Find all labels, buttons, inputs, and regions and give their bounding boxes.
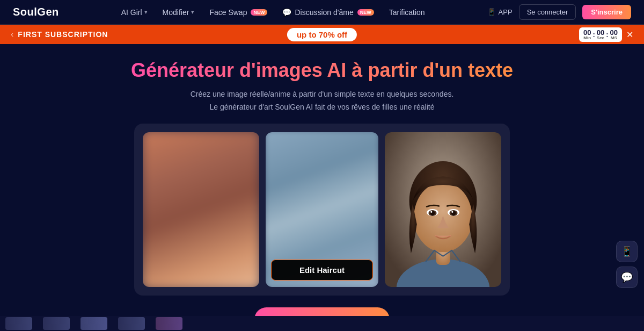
nav-item-tarification[interactable]: Tarification — [389, 8, 425, 17]
new-badge-discussion: NEW — [357, 9, 374, 16]
countdown-sep-2: : — [605, 31, 609, 39]
offer-text: up to 70% off — [297, 30, 347, 39]
card-center-label[interactable]: Edit Haircut — [271, 260, 373, 280]
nav-item-faceswap[interactable]: Face Swap NEW — [209, 8, 267, 17]
mobile-icon: 📱 — [621, 246, 633, 257]
minutes-value: 00 — [583, 29, 591, 36]
countdown-ms: 00 MS — [610, 29, 618, 40]
card-right — [385, 132, 501, 287]
chevron-down-icon: ▾ — [144, 9, 148, 16]
svg-point-9 — [430, 211, 432, 212]
nav-discussion-label: Discussion d'âme — [295, 8, 353, 17]
cards-container: Edit Haircut — [134, 124, 510, 296]
card-center[interactable]: Edit Haircut — [266, 132, 378, 287]
message-icon: 💬 — [621, 271, 633, 283]
new-badge: NEW — [251, 9, 267, 16]
nav-item-modifier[interactable]: Modifier ▾ — [163, 8, 195, 17]
minutes-label: Min — [583, 36, 591, 40]
navbar: SoulGen AI Girl ▾ Modifier ▾ Face Swap N… — [0, 0, 644, 25]
ms-value: 00 — [610, 29, 618, 36]
thumb-5 — [156, 317, 182, 330]
hero-subtitle-line1: Créez une image réelle/anime à partir d'… — [191, 88, 454, 101]
seconds-label: Sec — [597, 36, 604, 40]
countdown-sep-1: : — [592, 31, 595, 39]
hero-title: Générateur d'images AI à partir d'un tex… — [131, 59, 513, 82]
banner-prev-icon[interactable]: ‹ — [11, 30, 13, 39]
banner-center: up to 70% off — [286, 27, 358, 42]
seconds-value: 00 — [597, 29, 604, 36]
brand-logo[interactable]: SoulGen — [13, 6, 59, 18]
chevron-down-icon: ▾ — [191, 9, 194, 16]
side-float-buttons: 📱 💬 — [616, 241, 638, 288]
banner-left: ‹ FIRST SUBSCRIPTION — [11, 30, 108, 39]
countdown-seconds: 00 Sec — [597, 29, 604, 40]
float-app-button[interactable]: 📱 — [616, 241, 638, 262]
float-chat-button[interactable]: 💬 — [616, 267, 638, 288]
navbar-right: 📱 APP Se connecter S'inscrire — [487, 4, 631, 20]
thumb-2 — [43, 317, 70, 330]
nav-item-discussion[interactable]: 💬 Discussion d'âme NEW — [282, 8, 374, 17]
thumb-1 — [5, 317, 32, 330]
hero-subtitle-line2: Le générateur d'art SoulGen AI fait de v… — [191, 101, 454, 114]
countdown-timer: 00 Min : 00 Sec : 00 MS — [579, 27, 622, 42]
card-left — [143, 132, 259, 287]
nav-faceswap-label: Face Swap — [209, 8, 247, 17]
bottom-strip — [0, 316, 644, 331]
smartphone-icon: 📱 — [487, 8, 496, 16]
signin-button[interactable]: Se connecter — [519, 4, 576, 20]
nav-tarification-label: Tarification — [389, 8, 425, 17]
main-nav: AI Girl ▾ Modifier ▾ Face Swap NEW 💬 Dis… — [121, 8, 425, 17]
app-nav-button[interactable]: 📱 APP — [487, 8, 513, 16]
banner-right: 00 Min : 00 Sec : 00 MS ✕ — [579, 27, 633, 42]
portrait-svg — [385, 132, 501, 287]
banner-title: FIRST SUBSCRIPTION — [18, 30, 108, 39]
ms-label: MS — [611, 36, 617, 40]
nav-item-aigirl[interactable]: AI Girl ▾ — [121, 8, 148, 17]
card-left-image — [143, 132, 259, 287]
thumb-4 — [118, 317, 145, 330]
thumb-3 — [80, 317, 107, 330]
nav-modifier-label: Modifier — [163, 8, 189, 17]
chat-icon: 💬 — [282, 8, 291, 17]
banner-offer: up to 70% off — [286, 27, 358, 42]
nav-aigirl-label: AI Girl — [121, 8, 142, 17]
register-button[interactable]: S'inscrire — [582, 5, 631, 19]
svg-point-13 — [451, 211, 453, 212]
hero-section: Générateur d'images AI à partir d'un tex… — [0, 44, 644, 331]
app-label: APP — [499, 8, 513, 16]
banner-close-icon[interactable]: ✕ — [626, 30, 633, 40]
card-right-image — [385, 132, 501, 287]
promo-banner: ‹ FIRST SUBSCRIPTION up to 70% off 00 Mi… — [0, 25, 644, 44]
countdown-minutes: 00 Min — [583, 29, 591, 40]
hero-subtitle: Créez une image réelle/anime à partir d'… — [191, 88, 454, 114]
